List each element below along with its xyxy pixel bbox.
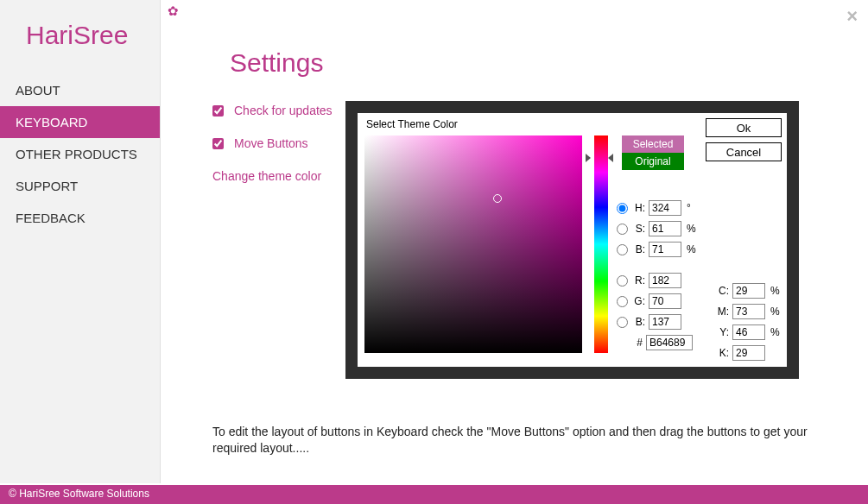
r-radio[interactable] xyxy=(617,275,628,287)
k-label: K: xyxy=(715,347,729,359)
sidebar: HariSree ABOUT KEYBOARD OTHER PRODUCTS S… xyxy=(0,0,161,483)
b-radio[interactable] xyxy=(617,244,628,255)
bl-label: B: xyxy=(631,316,645,328)
app-logo: HariSree xyxy=(0,7,160,74)
footer: © HariSree Software Solutions xyxy=(0,485,868,504)
b-suffix: % xyxy=(687,243,697,255)
y-input[interactable] xyxy=(732,324,765,340)
nav-about[interactable]: ABOUT xyxy=(0,74,160,106)
h-radio[interactable] xyxy=(617,203,628,214)
h-label: H: xyxy=(631,202,645,214)
hue-pointer-right-icon xyxy=(608,154,613,162)
nav-other-products[interactable]: OTHER PRODUCTS xyxy=(0,138,160,170)
nav-keyboard[interactable]: KEYBOARD xyxy=(0,106,160,138)
hue-pointer-left-icon xyxy=(586,154,591,162)
bl-input[interactable] xyxy=(649,314,681,330)
settings-title: Settings xyxy=(230,48,851,78)
b-input[interactable] xyxy=(649,242,681,257)
r-label: R: xyxy=(631,274,645,287)
g-radio[interactable] xyxy=(617,296,628,307)
original-swatch: Original xyxy=(622,153,684,170)
hex-label: # xyxy=(629,337,643,349)
nav-feedback[interactable]: FEEDBACK xyxy=(0,202,160,234)
close-icon[interactable]: × xyxy=(846,5,858,28)
m-label: M: xyxy=(715,306,729,318)
s-label: S: xyxy=(631,223,645,235)
check-updates-checkbox[interactable] xyxy=(212,105,224,117)
h-suffix: ° xyxy=(687,202,697,214)
hsb-rgb-fields: H: ° S: % B: % R: xyxy=(617,199,697,355)
check-updates-label: Check for updates xyxy=(234,104,333,117)
h-input[interactable] xyxy=(649,200,681,216)
y-suffix: % xyxy=(770,326,781,338)
c-label: C: xyxy=(715,285,729,297)
m-suffix: % xyxy=(770,306,781,318)
selected-swatch: Selected xyxy=(622,135,684,153)
s-suffix: % xyxy=(687,223,697,235)
s-radio[interactable] xyxy=(617,224,628,235)
r-input[interactable] xyxy=(649,273,681,288)
nav-support[interactable]: SUPPORT xyxy=(0,170,160,202)
change-theme-color-link[interactable]: Change theme color xyxy=(212,169,321,183)
cancel-button[interactable]: Cancel xyxy=(706,142,782,161)
sv-cursor-icon xyxy=(493,194,502,203)
help-text: To edit the layout of buttons in Keyboar… xyxy=(212,424,833,457)
g-label: G: xyxy=(631,295,645,307)
move-buttons-checkbox[interactable] xyxy=(212,138,224,149)
g-input[interactable] xyxy=(649,293,681,309)
color-picker-dialog: Select Theme Color Selected Original Ok … xyxy=(345,101,799,379)
move-buttons-label: Move Buttons xyxy=(234,136,308,150)
y-label: Y: xyxy=(715,326,729,338)
gear-icon[interactable]: ✿ xyxy=(168,3,179,19)
c-suffix: % xyxy=(770,285,781,297)
cmyk-fields: C: % M: % Y: % K: xyxy=(715,282,781,365)
k-input[interactable] xyxy=(732,345,765,361)
s-input[interactable] xyxy=(649,221,681,236)
ok-button[interactable]: Ok xyxy=(706,118,782,137)
m-input[interactable] xyxy=(732,304,765,319)
b-label: B: xyxy=(631,243,645,255)
c-input[interactable] xyxy=(732,283,765,299)
hue-strip[interactable] xyxy=(594,135,608,353)
saturation-value-box[interactable] xyxy=(364,135,582,353)
hex-input[interactable] xyxy=(646,335,693,350)
bl-radio[interactable] xyxy=(617,317,628,328)
